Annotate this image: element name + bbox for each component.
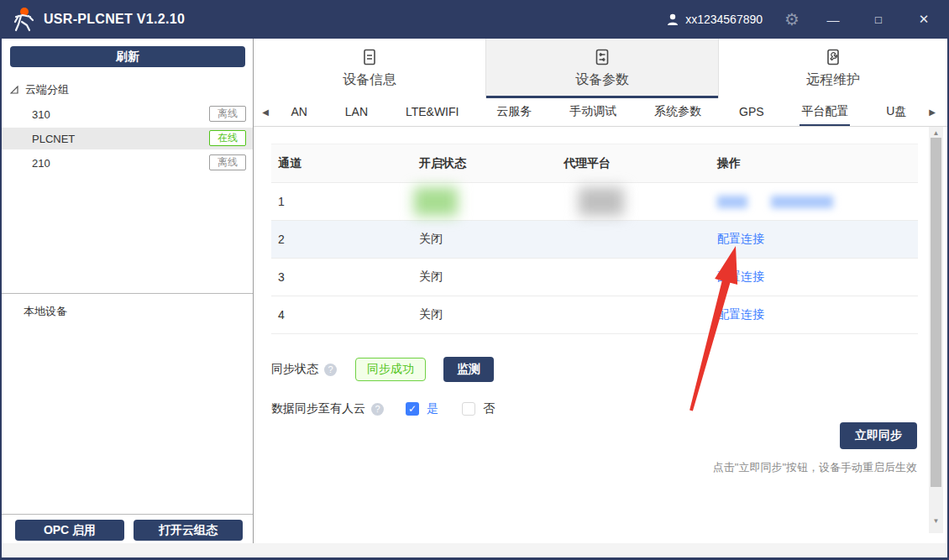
help-icon[interactable]: ? [371,403,384,416]
tree-item-plcnet[interactable]: PLCNET 在线 [2,128,253,149]
status-cell [412,183,557,221]
tab-remote-maintenance[interactable]: 远程维护 [719,39,947,98]
subtab-scroll-left-icon[interactable]: ◀ [259,98,272,126]
sync-now-button[interactable]: 立即同步 [840,422,917,449]
configure-connection-link[interactable]: 配置连接 [717,270,764,283]
subtab-lte-wifi[interactable]: LTE&WIFI [404,98,461,126]
tree-item-310[interactable]: 310 离线 [2,103,253,125]
tree-expander-icon[interactable] [10,86,18,94]
maximize-button[interactable]: □ [867,13,890,26]
header-status: 开启状态 [412,144,557,183]
subtab-lan[interactable]: LAN [343,98,370,126]
subtab-platform-config[interactable]: 平台配置 [800,98,850,126]
close-button[interactable]: ✕ [912,12,936,27]
app-title: USR-PLCNET V1.2.10 [44,12,185,27]
account-info[interactable]: xx1234567890 [666,13,763,26]
sync-status-row: 同步状态 ? 同步成功 监测 [271,357,947,382]
table-row-channel-1: 1 [271,183,918,221]
data-sync-row: 数据同步至有人云 ? ✓ 是 否 [271,401,947,416]
sidebar-footer: OPC 启用 打开云组态 [2,514,253,543]
subtab-scroll-right-icon[interactable]: ▶ [925,98,939,126]
minimize-button[interactable]: — [821,13,845,27]
scrollbar-up-icon[interactable]: ▲ [929,127,943,139]
device-name: PLCNET [32,133,75,145]
platform-cell [557,296,710,334]
configure-connection-link[interactable]: 配置连接 [717,232,764,245]
status-badge-offline: 离线 [209,154,246,170]
channel-cell: 1 [271,183,412,221]
header-channel: 通道 [271,144,412,183]
platform-cell [557,221,710,259]
local-devices-section: 本地设备 [2,294,253,514]
subtab-gps[interactable]: GPS [737,98,766,126]
status-cell: 关闭 [412,296,557,334]
subtab-manual-debug[interactable]: 手动调试 [568,98,618,126]
status-badge-offline: 离线 [209,106,246,122]
opc-enable-button[interactable]: OPC 启用 [15,520,124,541]
tree-node-cloud-group[interactable]: 云端分组 [2,79,253,101]
vertical-scrollbar[interactable]: ▲ ▼ [929,127,943,533]
subtab-usb[interactable]: U盘 [884,98,908,126]
platform-cell [557,183,710,221]
redacted-status-blur [414,187,458,216]
platform-cell [557,259,710,296]
header-operation: 操作 [710,144,918,183]
tab-label: 设备参数 [575,71,629,89]
tree-item-210[interactable]: 210 离线 [2,152,253,174]
device-name: 210 [32,157,50,170]
refresh-button[interactable]: 刷新 [10,46,245,67]
sync-note: 点击"立即同步"按钮，设备手动重启后生效 [713,460,917,475]
configure-connection-link[interactable]: 配置连接 [717,307,764,321]
device-tree: 云端分组 310 离线 PLCNET 在线 210 离线 [2,79,253,174]
sub-tab-bar: ◀ AN LAN LTE&WIFI 云服务 手动调试 系统参数 GPS 平台配置… [254,98,947,127]
redacted-platform-blur [579,187,624,216]
platform-config-content: 通道 开启状态 代理平台 操作 1 [254,127,947,543]
help-icon[interactable]: ? [324,364,337,376]
yes-label[interactable]: 是 [427,401,438,416]
operation-cell [710,183,918,221]
operation-cell: 配置连接 [710,221,918,259]
local-devices-label: 本地设备 [24,305,67,317]
open-cloud-scada-button[interactable]: 打开云组态 [134,520,243,541]
usr-logo-icon [8,5,37,34]
main-tab-bar: 设备信息 设备参数 远程维护 [254,39,947,98]
data-sync-label: 数据同步至有人云 [271,401,365,416]
channel-table: 通道 开启状态 代理平台 操作 1 [271,144,918,334]
redacted-link-blur[interactable] [717,196,747,208]
user-icon [666,13,679,26]
main-panel: 设备信息 设备参数 远程维护 [254,39,947,543]
no-checkbox[interactable] [462,402,475,416]
account-name: xx1234567890 [685,13,763,26]
scrollbar-down-icon[interactable]: ▼ [929,515,943,526]
yes-checkbox[interactable]: ✓ [406,402,419,416]
sliders-icon [593,48,611,66]
window-footer [2,543,947,557]
redacted-link-blur[interactable] [771,196,833,208]
settings-gear-icon[interactable]: ⚙ [784,11,800,28]
tab-label: 远程维护 [806,71,860,89]
monitor-button[interactable]: 监测 [443,357,494,382]
scrollbar-thumb[interactable] [931,138,941,487]
subtab-wan[interactable]: AN [289,98,308,126]
wrench-device-icon [824,48,842,66]
status-cell: 关闭 [412,221,557,259]
no-label[interactable]: 否 [483,401,495,416]
document-icon [360,48,379,66]
sync-status-label: 同步状态 [271,362,318,377]
tab-label: 设备信息 [343,71,396,89]
operation-cell: 配置连接 [710,296,918,334]
tab-device-info[interactable]: 设备信息 [254,39,485,98]
device-name: 310 [32,108,50,121]
sync-success-badge: 同步成功 [355,358,426,381]
sidebar: 刷新 云端分组 310 离线 PLCNET 在线 [2,39,254,543]
channel-cell: 4 [271,296,412,334]
subtab-cloud-service[interactable]: 云服务 [495,98,533,126]
subtab-system-params[interactable]: 系统参数 [653,98,703,126]
title-bar: USR-PLCNET V1.2.10 xx1234567890 ⚙ — □ ✕ [2,0,947,39]
table-row-channel-4: 4 关闭 配置连接 [271,296,918,334]
header-platform: 代理平台 [557,144,710,183]
table-row-channel-3: 3 关闭 配置连接 [271,259,918,296]
tab-device-params[interactable]: 设备参数 [485,39,719,98]
status-badge-online: 在线 [209,130,246,146]
table-header-row: 通道 开启状态 代理平台 操作 [271,144,918,183]
